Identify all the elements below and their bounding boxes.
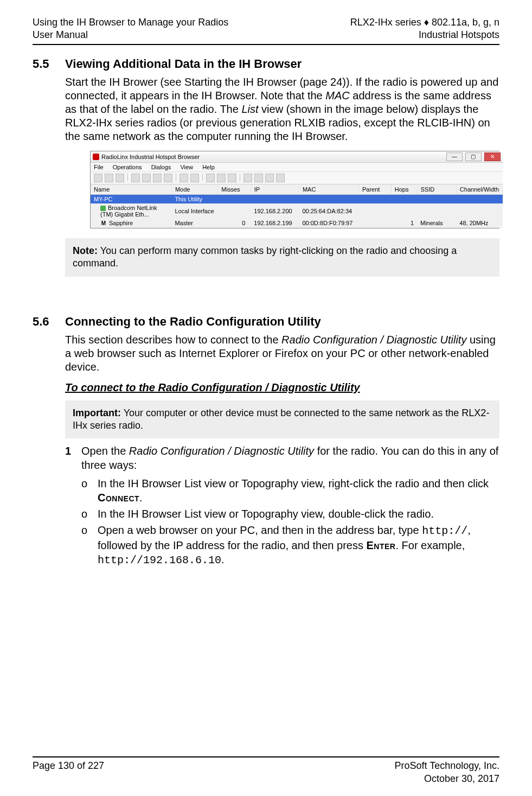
maximize-button[interactable]: ▢ (465, 152, 482, 161)
step-1-marker: 1 (65, 444, 81, 472)
section-5-6-paragraph: This section describes how to connect to… (65, 333, 499, 374)
footer-right-line1: ProSoft Technology, Inc. (395, 760, 499, 772)
step-1-text: Open the Radio Configuration / Diagnosti… (81, 444, 499, 472)
toolbar-separator (127, 174, 128, 181)
col-ssid[interactable]: SSID (417, 184, 456, 195)
cell-channel-width: 48, 20MHz (456, 219, 502, 228)
toolbar-icon[interactable] (217, 174, 226, 182)
step-1: 1 Open the Radio Configuration / Diagnos… (65, 444, 499, 472)
ih-browser-screenshot: RadioLinx Industrial Hotspot Browser — ▢… (90, 151, 499, 228)
note-text: You can perform many common tasks by rig… (73, 245, 457, 269)
sub-step-text: In the IH Browser List view or Topograph… (98, 507, 434, 521)
sub-step-list: o In the IH Browser List view or Topogra… (65, 476, 499, 568)
col-hops[interactable]: Hops (391, 184, 417, 195)
cell-hops: 1 (391, 219, 417, 228)
step-list: 1 Open the Radio Configuration / Diagnos… (65, 444, 499, 568)
section-5-6-heading: 5.6 Connecting to the Radio Configuratio… (33, 315, 499, 329)
close-button[interactable]: ✕ (484, 152, 501, 161)
col-parent[interactable]: Parent (358, 184, 391, 195)
table-row[interactable]: Broadcom NetLink (TM) Gigabit Eth... Loc… (91, 203, 503, 219)
radio-icon: M (100, 220, 107, 227)
toolbar-icon[interactable] (254, 174, 263, 182)
section-5-5-paragraph: Start the IH Brower (see Starting the IH… (65, 75, 499, 143)
header-right: RLX2-IHx series ♦ 802.11a, b, g, n Indus… (350, 16, 499, 42)
toolbar-icon[interactable] (142, 174, 151, 182)
col-channel-width[interactable]: Channel/Width (456, 184, 502, 195)
toolbar-icon[interactable] (276, 174, 285, 182)
col-mac[interactable]: MAC (299, 184, 358, 195)
cell-ip: 192.168.2.200 (251, 203, 299, 219)
footer-right: ProSoft Technology, Inc. October 30, 201… (395, 760, 499, 785)
important-box: Important: Your computer or other device… (65, 400, 499, 439)
toolbar-icon[interactable] (164, 174, 172, 182)
header-right-line1: RLX2-IHx series ♦ 802.11a, b, g, n (350, 16, 499, 29)
cell-mac: 00:25:64:DA:82:34 (299, 203, 358, 219)
toolbar-separator (176, 174, 176, 181)
menu-file[interactable]: File (94, 164, 104, 170)
cell-mode: This Utility (171, 194, 217, 203)
table-row[interactable]: MSapphire Master 0 192.168.2.199 00:0D:8… (91, 219, 503, 228)
window-title: RadioLinx Industrial Hotspot Browser (101, 154, 200, 160)
section-5-6-number: 5.6 (33, 315, 65, 329)
menu-view[interactable]: View (180, 164, 193, 170)
toolbar-icon[interactable] (265, 174, 274, 182)
note-label: Note: (73, 245, 98, 256)
toolbar-icon[interactable] (243, 174, 252, 182)
toolbar-icon[interactable] (116, 174, 124, 182)
important-text: Your computer or other device must be co… (73, 407, 489, 431)
cell-name: MY-PC (91, 194, 171, 203)
toolbar (91, 172, 503, 184)
section-5-6-title: Connecting to the Radio Configuration Ut… (65, 315, 321, 329)
toolbar-icon[interactable] (180, 174, 188, 182)
cell-name: MSapphire (91, 219, 171, 228)
section-5-5-number: 5.5 (33, 57, 65, 71)
sub-step-marker: o (81, 507, 98, 521)
toolbar-icon[interactable] (153, 174, 162, 182)
toolbar-icon[interactable] (190, 174, 199, 182)
col-mode[interactable]: Mode (171, 184, 217, 195)
cell-mode: Local Interface (171, 203, 217, 219)
important-label: Important: (73, 407, 121, 418)
toolbar-icon[interactable] (228, 174, 236, 182)
toolbar-icon[interactable] (131, 174, 140, 182)
sub-step-marker: o (81, 476, 98, 505)
page-footer: Page 130 of 227 ProSoft Technology, Inc.… (33, 756, 499, 785)
cell-ip: 192.168.2.199 (251, 219, 299, 228)
toolbar-icon[interactable] (94, 174, 102, 182)
sub-step-text: Open a web browser on your PC, and then … (98, 523, 499, 568)
menu-help[interactable]: Help (202, 164, 215, 170)
footer-left: Page 130 of 227 (33, 760, 104, 785)
window-titlebar: RadioLinx Industrial Hotspot Browser — ▢… (91, 151, 503, 163)
sub-step: o Open a web browser on your PC, and the… (81, 523, 499, 568)
header-left: Using the IH Browser to Manage your Radi… (33, 16, 228, 42)
note-box: Note: You can perform many common tasks … (65, 238, 499, 277)
sub-step-marker: o (81, 523, 98, 568)
header-left-line2: User Manual (33, 29, 228, 41)
header-left-line1: Using the IH Browser to Manage your Radi… (33, 16, 228, 29)
toolbar-icon[interactable] (206, 174, 215, 182)
toolbar-separator (202, 174, 203, 181)
toolbar-separator (240, 174, 240, 181)
radio-table: Name Mode Misses IP MAC Parent Hops SSID… (91, 184, 503, 228)
col-name[interactable]: Name (91, 184, 171, 195)
header-right-line2: Industrial Hotspots (350, 29, 499, 41)
menu-dialogs[interactable]: Dialogs (151, 164, 171, 170)
procedure-title: To connect to the Radio Configuration / … (65, 381, 499, 394)
sub-step-text: In the IH Browser List view or Topograph… (98, 476, 499, 505)
cell-mode: Master (171, 219, 217, 228)
cell-name: Broadcom NetLink (TM) Gigabit Eth... (91, 203, 171, 219)
minimize-button[interactable]: — (446, 152, 463, 161)
page-header: Using the IH Browser to Manage your Radi… (33, 16, 499, 45)
menu-bar: File Operations Dialogs View Help (91, 163, 503, 172)
nic-icon (100, 206, 106, 211)
toolbar-icon[interactable] (105, 174, 113, 182)
menu-operations[interactable]: Operations (113, 164, 142, 170)
sub-step: o In the IH Browser List view or Topogra… (81, 476, 499, 505)
table-row-selected[interactable]: MY-PC This Utility (91, 194, 503, 203)
col-misses[interactable]: Misses (218, 184, 251, 195)
cell-mac: 00:0D:8D:F0:79:97 (299, 219, 358, 228)
col-ip[interactable]: IP (251, 184, 299, 195)
cell-ssid: Minerals (417, 219, 456, 228)
app-icon (93, 154, 99, 160)
footer-right-line2: October 30, 2017 (395, 773, 499, 785)
